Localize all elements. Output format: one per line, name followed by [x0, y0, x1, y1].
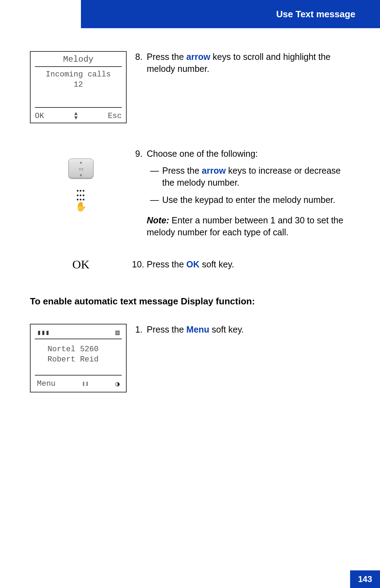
display-screen-home: ▮▮▮ ▥ Nortel 5260 Robert Reid Menu ⫾⫾ ◑ — [30, 324, 127, 392]
step8-row: Melody Incoming calls 12 OK ▲▼ Esc 8. Pr… — [30, 51, 350, 123]
step9-row: ▭ ••••••••• ✋ 9. Choose one of the follo… — [30, 148, 350, 239]
step1b-row: ▮▮▮ ▥ Nortel 5260 Robert Reid Menu ⫾⫾ ◑ … — [30, 324, 350, 392]
page-number: 143 — [358, 574, 372, 584]
dash-bullet: — — [147, 165, 162, 189]
signal-icon: ▮▮▮ — [37, 328, 50, 337]
book-open-icon: ⫾⫾ — [82, 379, 89, 388]
step9-option1: — Press the arrow keys to increase or de… — [147, 165, 350, 189]
display-screen-melody: Melody Incoming calls 12 OK ▲▼ Esc — [30, 51, 127, 123]
divider — [35, 375, 122, 376]
step10-row: OK 10. Press the OK soft key. — [30, 258, 350, 271]
text-fragment: soft key. — [200, 259, 234, 269]
screen1-line1: Incoming calls — [46, 70, 111, 79]
step-number: 8. — [132, 51, 147, 75]
ok-softkey-label: OK — [35, 112, 44, 120]
step1b-text: 1. Press the Menu soft key. — [132, 324, 350, 343]
text-fragment: Press the — [147, 52, 186, 62]
step9-option2: — Use the keypad to enter the melody num… — [147, 194, 350, 206]
arrow-button-icon: ▭ — [68, 159, 94, 179]
keypad-hand-icon: ••••••••• ✋ — [75, 189, 87, 212]
screen2-line1: Nortel 5260 — [48, 345, 99, 354]
option-text: Press the arrow keys to increase or decr… — [162, 165, 350, 189]
screen2-line2: Robert Reid — [48, 355, 99, 364]
header-title: Use Text message — [276, 9, 355, 20]
step1b-illustration: ▮▮▮ ▥ Nortel 5260 Robert Reid Menu ⫾⫾ ◑ — [30, 324, 132, 392]
screen2-body: Nortel 5260 Robert Reid — [48, 344, 99, 365]
screen2-status-icons: ▮▮▮ ▥ — [37, 328, 120, 337]
page-header: Use Text message — [81, 0, 380, 28]
keypad-dots-icon: ••••••••• — [77, 189, 86, 202]
section-heading: To enable automatic text message Display… — [30, 296, 350, 307]
menu-softkey-label: Menu — [37, 379, 56, 388]
dash-bullet: — — [147, 194, 162, 206]
note-block: Note: Enter a number between 1 and 30 to… — [147, 215, 350, 239]
text-fragment: Choose one of the following: — [147, 149, 258, 159]
updown-arrow-icon: ▲▼ — [74, 112, 78, 120]
step9-illustration: ▭ ••••••••• ✋ — [30, 148, 132, 212]
option-text: Use the keypad to enter the melody numbe… — [162, 194, 335, 206]
ok-keyword: OK — [186, 259, 200, 269]
note-text: Enter a number between 1 and 30 to set t… — [147, 215, 343, 237]
step10: 10. Press the OK soft key. — [132, 259, 350, 271]
step-text: Press the OK soft key. — [147, 259, 350, 271]
step-number: 9. — [132, 148, 147, 239]
contrast-icon-right: ◑ — [115, 379, 120, 388]
text-fragment: Press the — [147, 324, 186, 334]
screen1-body: Incoming calls 12 — [31, 67, 126, 90]
ok-key-illustration: OK — [30, 258, 132, 271]
arrow-keyword: arrow — [202, 166, 226, 175]
book-icon: ▭ — [79, 166, 83, 172]
step-number: 1. — [132, 324, 147, 336]
divider — [35, 339, 122, 339]
step-number: 10. — [132, 259, 147, 271]
text-fragment: Press the — [147, 259, 186, 269]
screen1-title: Melody — [31, 52, 126, 66]
step8-text: 8. Press the arrow keys to scroll and hi… — [132, 51, 350, 83]
note-label: Note: — [147, 215, 169, 225]
battery-icon: ▥ — [115, 328, 120, 337]
page-number-badge: 143 — [350, 570, 380, 588]
step9-text: 9. Choose one of the following: — Press … — [132, 148, 350, 239]
step9-options: — Press the arrow keys to increase or de… — [147, 165, 350, 206]
text-fragment: soft key. — [209, 324, 244, 334]
step-text: Press the Menu soft key. — [147, 324, 350, 336]
step1b: 1. Press the Menu soft key. — [132, 324, 350, 336]
step-text: Press the arrow keys to scroll and highl… — [147, 51, 350, 75]
step8: 8. Press the arrow keys to scroll and hi… — [132, 51, 350, 75]
divider — [35, 107, 122, 108]
text-fragment: Press the — [162, 166, 202, 175]
step-text: Choose one of the following: — Press the… — [147, 148, 350, 239]
step8-illustration: Melody Incoming calls 12 OK ▲▼ Esc — [30, 51, 132, 123]
hand-icon: ✋ — [75, 201, 87, 212]
step10-text: 10. Press the OK soft key. — [132, 259, 350, 271]
content-area: Melody Incoming calls 12 OK ▲▼ Esc 8. Pr… — [30, 51, 350, 392]
esc-softkey-label: Esc — [108, 112, 122, 120]
screen2-footer: Menu ⫾⫾ ◑ — [37, 379, 120, 388]
menu-keyword: Menu — [186, 324, 209, 334]
screen1-line2: 12 — [74, 80, 83, 89]
screen1-footer: OK ▲▼ Esc — [35, 112, 122, 120]
arrow-keyword: arrow — [186, 52, 210, 62]
step9: 9. Choose one of the following: — Press … — [132, 148, 350, 239]
